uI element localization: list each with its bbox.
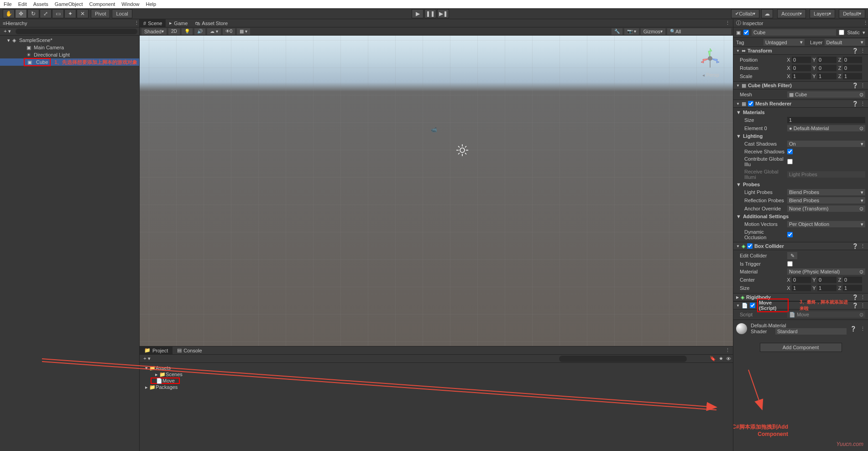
- hierarchy-item-light[interactable]: ☀ Directional Light: [0, 51, 139, 58]
- renderer-enabled[interactable]: [748, 101, 753, 106]
- anchor-override-field[interactable]: None (Transform)⊙: [787, 205, 865, 212]
- step-button[interactable]: ▶❚: [437, 9, 449, 18]
- renderer-component-header[interactable]: ▼▦ Mesh Renderer❔⋮: [733, 100, 868, 108]
- orientation-gizmo[interactable]: [696, 45, 724, 72]
- materials-size[interactable]: 1: [787, 117, 865, 123]
- menu-window[interactable]: Window: [121, 1, 139, 7]
- shading-dropdown[interactable]: Shaded ▾: [141, 28, 167, 35]
- rot-y[interactable]: 0: [817, 65, 837, 71]
- tab-assetstore[interactable]: 🛍Asset Store: [191, 19, 231, 27]
- cloud-button[interactable]: ☁: [761, 9, 773, 18]
- persp-label[interactable]: ◂ Persp: [702, 72, 719, 78]
- collab-dropdown[interactable]: ✔ Collab ▾: [731, 9, 759, 18]
- edit-collider-button[interactable]: ✎: [787, 252, 797, 259]
- menu-file[interactable]: File: [4, 1, 12, 7]
- scale-tool[interactable]: ⤢: [40, 9, 52, 18]
- scenes-folder[interactable]: ▸ 📁 Scenes: [140, 371, 733, 378]
- center-z[interactable]: 0: [843, 277, 862, 283]
- assets-folder[interactable]: ▾ 📁 Assets: [140, 365, 733, 371]
- rot-z[interactable]: 0: [843, 65, 862, 71]
- add-component-button[interactable]: Add Component: [760, 343, 842, 352]
- static-checkbox[interactable]: [839, 30, 844, 35]
- reflection-probes-dropdown[interactable]: Blend Probes▾: [787, 197, 865, 204]
- material-element0[interactable]: ● Default-Material⊙: [787, 125, 865, 131]
- size-z[interactable]: 1: [843, 285, 862, 291]
- move-script-asset[interactable]: 📄 Move: [151, 378, 180, 384]
- is-trigger-checkbox[interactable]: [787, 261, 793, 267]
- scene-camera[interactable]: 📷 ▾: [624, 28, 639, 35]
- cast-shadows-dropdown[interactable]: On▾: [787, 141, 865, 147]
- tab-scene[interactable]: #Scene: [140, 19, 166, 27]
- collider-component-header[interactable]: ▼◈ Box Collider❔⋮: [733, 242, 868, 250]
- center-y[interactable]: 0: [817, 277, 837, 283]
- hierarchy-add-button[interactable]: + ▾: [2, 28, 13, 35]
- scene-hidden-toggle[interactable]: 👁0: [223, 28, 235, 35]
- material-preview[interactable]: Default-Material ShaderStandard ❔⋮: [733, 320, 868, 337]
- collider-enabled[interactable]: [747, 243, 753, 249]
- cube-gizmo[interactable]: [455, 136, 469, 151]
- scene-fx-toggle[interactable]: ☁ ▾: [207, 28, 221, 35]
- contribute-gi-checkbox[interactable]: [787, 159, 793, 164]
- pos-y[interactable]: 0: [817, 57, 837, 63]
- tab-console[interactable]: ▤Console: [173, 346, 206, 354]
- gameobject-name-field[interactable]: Cube: [752, 29, 836, 36]
- inspector-tab[interactable]: ⓘ Inspector ⋮: [733, 19, 868, 27]
- hierarchy-tab[interactable]: ≡ Hierarchy ⋮: [0, 19, 139, 27]
- project-search[interactable]: [559, 356, 687, 362]
- pivot-toggle[interactable]: Pivot: [91, 9, 110, 18]
- project-filter-icon[interactable]: 🔖: [710, 356, 716, 362]
- scene-tools[interactable]: 🔧: [612, 28, 622, 35]
- 2d-toggle[interactable]: 2D: [168, 28, 180, 35]
- project-add-button[interactable]: + ▾: [141, 356, 152, 362]
- hierarchy-item-camera[interactable]: ▣ Main Camera: [0, 44, 139, 51]
- physic-material-field[interactable]: None (Physic Material)⊙: [787, 268, 865, 275]
- gizmos-dropdown[interactable]: Gizmos ▾: [641, 28, 665, 35]
- packages-folder[interactable]: ▸ 📁 Packages: [140, 384, 733, 390]
- scene-audio-toggle[interactable]: 🔊: [194, 28, 205, 35]
- tag-dropdown[interactable]: Untagged▾: [763, 39, 805, 46]
- size-x[interactable]: 1: [792, 285, 811, 291]
- scene-lighting-toggle[interactable]: 💡: [182, 28, 193, 35]
- gameobject-active-checkbox[interactable]: [743, 30, 749, 35]
- tab-project[interactable]: 📁Project: [140, 346, 173, 354]
- meshfilter-component-header[interactable]: ▼▦ Cube (Mesh Filter)❔⋮: [733, 81, 868, 89]
- size-y[interactable]: 1: [817, 285, 837, 291]
- play-button[interactable]: ▶: [412, 9, 424, 18]
- project-hidden-icon[interactable]: 👁: [726, 356, 731, 362]
- move-tool[interactable]: ✥: [15, 9, 27, 18]
- hierarchy-item-cube[interactable]: ▣ Cube 1、先选择想要添加上脚本的游戏对象: [0, 58, 139, 66]
- scene-grid-toggle[interactable]: ▦ ▾: [237, 28, 250, 35]
- menu-gameobject[interactable]: GameObject: [55, 1, 83, 7]
- scale-y[interactable]: 1: [817, 73, 837, 79]
- pos-z[interactable]: 0: [843, 57, 862, 63]
- pos-x[interactable]: 0: [792, 57, 811, 63]
- transform-component-header[interactable]: ▼⬌ Transform❔⋮: [733, 47, 868, 55]
- layout-dropdown[interactable]: Default ▾: [839, 9, 865, 18]
- scene-view[interactable]: 📹 ◂ Persp: [140, 36, 733, 346]
- center-x[interactable]: 0: [792, 277, 811, 283]
- pause-button[interactable]: ❚❚: [424, 9, 436, 18]
- script-enabled[interactable]: [750, 303, 755, 308]
- transform-tool[interactable]: ✦: [64, 9, 76, 18]
- account-dropdown[interactable]: Account ▾: [777, 9, 806, 18]
- rect-tool[interactable]: ▭: [52, 9, 64, 18]
- scene-search[interactable]: 🔍 All: [667, 28, 731, 35]
- dynamic-occlusion-checkbox[interactable]: [787, 232, 793, 237]
- menu-assets[interactable]: Assets: [33, 1, 48, 7]
- mesh-field[interactable]: ▦ Cube⊙: [787, 91, 865, 98]
- scale-z[interactable]: 1: [843, 73, 862, 79]
- menu-help[interactable]: Help: [146, 1, 156, 7]
- move-script-component-header[interactable]: ▼📄 Move (Script) 3、最终，脚本就添加进来啦 ❔⋮: [733, 301, 868, 309]
- hierarchy-search[interactable]: [16, 29, 137, 34]
- scene-item[interactable]: ▾ ◈ SampleScene*: [0, 37, 139, 44]
- tab-game[interactable]: ▸Game: [166, 19, 191, 27]
- menu-component[interactable]: Component: [89, 1, 115, 7]
- motion-vectors-dropdown[interactable]: Per Object Motion▾: [787, 221, 865, 227]
- scale-x[interactable]: 1: [792, 73, 811, 79]
- rotate-tool[interactable]: ↻: [27, 9, 39, 18]
- menu-edit[interactable]: Edit: [18, 1, 27, 7]
- local-toggle[interactable]: Local: [112, 9, 132, 18]
- hand-tool[interactable]: ✋: [3, 9, 15, 18]
- layer-dropdown[interactable]: Default▾: [825, 39, 866, 46]
- project-favorite-icon[interactable]: ★: [719, 356, 723, 362]
